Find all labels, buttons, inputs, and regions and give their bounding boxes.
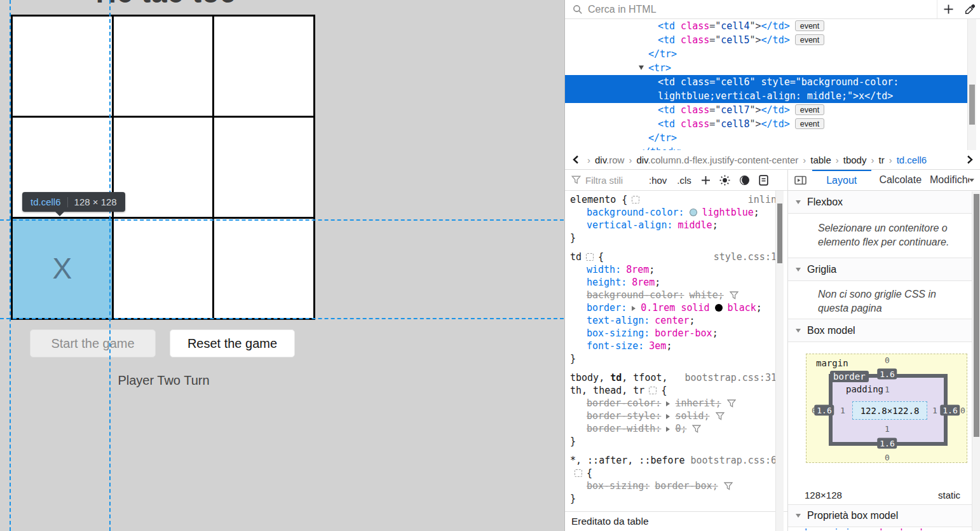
dark-theme-icon[interactable] (739, 175, 750, 186)
css-declaration[interactable]: width:8rem; (570, 263, 782, 276)
filter-funnel-icon[interactable] (692, 425, 701, 433)
box-model-content-area[interactable]: 122.8×122.8 (852, 401, 927, 420)
breadcrumb-item[interactable]: div.row (595, 155, 624, 165)
padding-top-value[interactable]: 1 (885, 385, 890, 394)
breadcrumb-item[interactable]: td.cell6 (897, 155, 927, 165)
reset-game-button[interactable]: Reset the game (170, 329, 295, 357)
tab-computed[interactable]: Calcolate (871, 170, 930, 190)
print-simulation-icon[interactable] (759, 175, 768, 186)
board-cell-5[interactable] (214, 118, 313, 217)
pseudo-class-toggle[interactable]: :hov (649, 175, 667, 186)
css-declaration[interactable]: border:0.1rem solidblack; (570, 301, 782, 314)
filter-funnel-icon[interactable] (727, 399, 736, 408)
add-node-button[interactable] (937, 0, 959, 18)
margin-right-value[interactable]: 0 (960, 406, 965, 415)
css-declaration[interactable]: background-color:white; (570, 289, 782, 301)
event-badge[interactable]: event (795, 118, 825, 129)
rule-source-link[interactable]: bootstrap.css:317 (684, 371, 782, 384)
css-declaration[interactable]: box-sizing:border-box; (570, 327, 782, 340)
filter-funnel-icon[interactable] (716, 412, 725, 420)
breadcrumb-item[interactable]: table (810, 155, 831, 165)
boxmodel-properties-header[interactable]: Proprietà box model (788, 504, 980, 527)
breadcrumb-item[interactable]: tbody (843, 155, 867, 165)
css-rule[interactable]: bootstrap.css:317tbody, td, tfoot, th, t… (570, 371, 782, 448)
board-cell-0[interactable] (13, 17, 112, 116)
board-cell-7[interactable] (114, 219, 213, 318)
expander-arrow-icon[interactable] (666, 427, 670, 432)
breadcrumb-prev-icon[interactable] (569, 155, 583, 164)
board-cell-4[interactable] (114, 118, 213, 217)
filter-funnel-icon[interactable] (724, 482, 733, 490)
border-bottom-value[interactable]: 1.6 (877, 438, 897, 449)
rules-scrollbar[interactable] (775, 191, 784, 531)
padding-right-value[interactable]: 1 (932, 406, 937, 415)
color-swatch[interactable] (715, 304, 723, 312)
sidebar-toggle-icon[interactable] (788, 170, 812, 190)
event-badge[interactable]: event (795, 104, 825, 115)
event-badge[interactable]: event (795, 34, 825, 45)
tab-changes[interactable]: Modifiche (930, 170, 969, 190)
event-badge[interactable]: event (795, 20, 825, 31)
boxmodel-section-header[interactable]: Box model (788, 319, 980, 342)
markup-line[interactable]: <td class="cell6" style="background-colo… (565, 75, 968, 103)
eyedropper-icon[interactable] (959, 0, 980, 18)
css-declaration[interactable]: font-size:3em; (570, 340, 782, 352)
filter-funnel-icon[interactable] (730, 291, 738, 300)
layout-scrollbar[interactable] (972, 191, 980, 531)
class-toggle[interactable]: .cls (677, 175, 691, 186)
board-cell-1[interactable] (114, 17, 213, 116)
css-rule[interactable]: inlineelemento {background-color:lightbl… (570, 193, 782, 244)
markup-line[interactable]: <td class="cell4"></td>event (565, 19, 968, 33)
board-cell-6[interactable]: X (13, 219, 112, 318)
board-cell-8[interactable] (214, 219, 313, 318)
css-declaration[interactable]: border-color:inherit; (570, 397, 782, 410)
css-declaration[interactable]: border-style:solid; (570, 410, 782, 422)
padding-bottom-value[interactable]: 1 (885, 424, 890, 434)
markup-line[interactable]: <td class="cell8"></td>event (565, 117, 968, 131)
rule-source-link[interactable]: style.css:10 (714, 251, 782, 263)
css-declaration[interactable]: background-color:lightblue; (570, 206, 782, 219)
breadcrumb-next-icon[interactable] (963, 155, 977, 164)
css-rule[interactable]: bootstrap.css:64*, ::after, ::before{box… (570, 454, 782, 505)
markup-line[interactable]: <tr> (565, 61, 968, 75)
board-cell-2[interactable] (214, 17, 313, 116)
highlight-target-icon[interactable] (632, 196, 639, 203)
new-rule-button[interactable] (701, 176, 711, 185)
css-declaration[interactable]: border-width:0; (570, 422, 782, 435)
tab-layout[interactable]: Layout (812, 170, 871, 190)
markup-line[interactable]: <td class="cell5"></td>event (565, 33, 968, 47)
padding-left-value[interactable]: 1 (840, 406, 845, 415)
margin-bottom-value[interactable]: 0 (885, 453, 890, 462)
expand-arrow-icon[interactable] (639, 66, 644, 70)
breadcrumb-item[interactable]: div.column.d-flex.justify-content-center (636, 155, 798, 165)
highlight-target-icon[interactable] (586, 253, 594, 261)
flexbox-section-header[interactable]: Flexbox (788, 191, 980, 214)
rule-source-link[interactable]: bootstrap.css:64 (691, 454, 783, 467)
css-declaration[interactable]: height:8rem; (570, 276, 782, 289)
css-rule[interactable]: style.css:10td{width:8rem;height:8rem;ba… (570, 251, 782, 365)
markup-line[interactable]: <td class="cell7"></td>event (565, 103, 968, 117)
markup-line[interactable]: </tr> (565, 131, 968, 145)
expander-arrow-icon[interactable] (666, 401, 670, 406)
all-tabs-caret-icon[interactable] (969, 170, 980, 190)
start-game-button[interactable]: Start the game (30, 329, 156, 357)
filter-styles-input[interactable] (585, 175, 644, 186)
border-left-value[interactable]: 1.6 (814, 405, 834, 416)
markup-scrollbar[interactable] (967, 19, 976, 150)
margin-top-value[interactable]: 0 (885, 355, 890, 365)
markup-line[interactable]: </tr> (565, 47, 968, 61)
css-declaration[interactable]: vertical-align:middle; (570, 219, 782, 231)
search-input[interactable] (588, 4, 937, 15)
breadcrumb-item[interactable]: tr (878, 155, 884, 165)
light-theme-icon[interactable] (719, 175, 730, 186)
highlight-target-icon[interactable] (649, 387, 657, 394)
border-top-value[interactable]: 1.6 (877, 369, 897, 380)
expander-arrow-icon[interactable] (666, 414, 670, 419)
markup-line[interactable]: </tbody> (565, 145, 968, 150)
border-right-value[interactable]: 1.6 (940, 405, 960, 416)
color-swatch[interactable] (690, 209, 697, 216)
highlight-target-icon[interactable] (575, 469, 582, 477)
css-declaration[interactable]: box-sizing:border-box; (570, 479, 782, 492)
expander-arrow-icon[interactable] (632, 306, 636, 311)
css-declaration[interactable]: text-align:center; (570, 314, 782, 327)
